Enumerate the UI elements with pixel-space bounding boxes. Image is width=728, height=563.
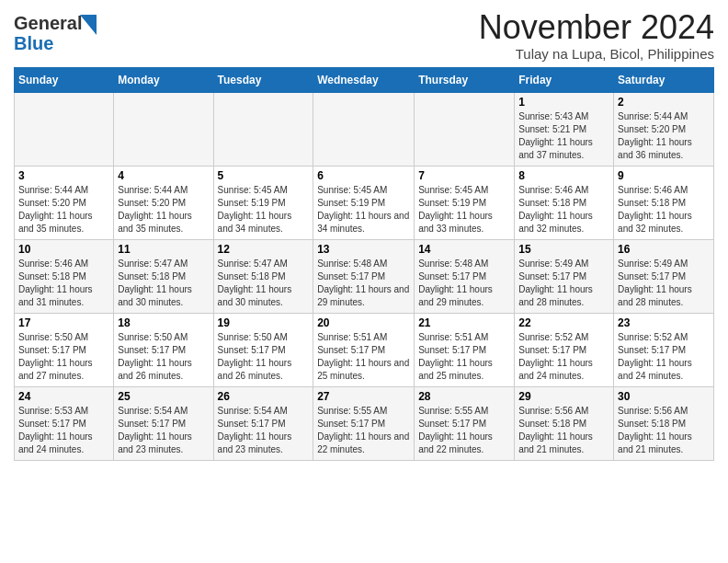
day-number: 25 [118, 390, 209, 403]
day-info: Sunrise: 5:49 AM Sunset: 5:17 PM Dayligh… [518, 258, 609, 309]
day-info: Sunrise: 5:47 AM Sunset: 5:18 PM Dayligh… [118, 258, 209, 309]
calendar-day-cell: 18Sunrise: 5:50 AM Sunset: 5:17 PM Dayli… [114, 313, 213, 386]
day-info: Sunrise: 5:51 AM Sunset: 5:17 PM Dayligh… [418, 331, 510, 383]
calendar-day-cell: 24Sunrise: 5:53 AM Sunset: 5:17 PM Dayli… [15, 386, 114, 460]
calendar-day-cell: 17Sunrise: 5:50 AM Sunset: 5:17 PM Dayli… [15, 313, 114, 386]
day-of-week-header: Monday [114, 67, 213, 92]
calendar-day-cell: 19Sunrise: 5:50 AM Sunset: 5:17 PM Dayli… [213, 313, 313, 386]
day-number: 27 [317, 390, 410, 403]
calendar-day-cell: 1Sunrise: 5:43 AM Sunset: 5:21 PM Daylig… [515, 92, 614, 166]
calendar-day-cell: 7Sunrise: 5:45 AM Sunset: 5:19 PM Daylig… [415, 166, 515, 239]
day-info: Sunrise: 5:44 AM Sunset: 5:20 PM Dayligh… [18, 184, 109, 236]
day-number: 23 [618, 316, 710, 329]
calendar-day-cell: 10Sunrise: 5:46 AM Sunset: 5:18 PM Dayli… [15, 239, 114, 313]
calendar-day-cell: 11Sunrise: 5:47 AM Sunset: 5:18 PM Dayli… [114, 239, 213, 313]
svg-marker-2 [80, 15, 97, 35]
calendar-day-cell: 30Sunrise: 5:56 AM Sunset: 5:18 PM Dayli… [614, 386, 714, 460]
calendar-day-cell: 26Sunrise: 5:54 AM Sunset: 5:17 PM Dayli… [213, 386, 313, 460]
calendar-day-cell: 12Sunrise: 5:47 AM Sunset: 5:18 PM Dayli… [213, 239, 313, 313]
calendar-day-cell: 4Sunrise: 5:44 AM Sunset: 5:20 PM Daylig… [114, 166, 213, 239]
day-info: Sunrise: 5:56 AM Sunset: 5:18 PM Dayligh… [518, 405, 609, 456]
day-number: 24 [18, 390, 109, 403]
day-number: 9 [618, 169, 710, 182]
day-number: 8 [518, 169, 609, 182]
title-section: November 2024 Tulay na Lupa, Bicol, Phil… [479, 9, 714, 62]
day-of-week-header: Wednesday [313, 67, 415, 92]
day-number: 6 [317, 169, 410, 182]
day-info: Sunrise: 5:48 AM Sunset: 5:17 PM Dayligh… [418, 258, 510, 309]
calendar-day-cell: 20Sunrise: 5:51 AM Sunset: 5:17 PM Dayli… [313, 313, 415, 386]
day-info: Sunrise: 5:50 AM Sunset: 5:17 PM Dayligh… [118, 331, 209, 383]
day-info: Sunrise: 5:46 AM Sunset: 5:18 PM Dayligh… [518, 184, 609, 236]
day-number: 11 [118, 243, 209, 256]
day-info: Sunrise: 5:49 AM Sunset: 5:17 PM Dayligh… [618, 258, 710, 309]
month-title: November 2024 [479, 9, 714, 46]
day-number: 4 [118, 169, 209, 182]
calendar-day-cell [415, 92, 515, 166]
calendar-table: SundayMondayTuesdayWednesdayThursdayFrid… [14, 67, 714, 461]
day-of-week-header: Sunday [15, 67, 114, 92]
svg-text:Blue: Blue [14, 33, 53, 53]
calendar-day-cell: 23Sunrise: 5:52 AM Sunset: 5:17 PM Dayli… [614, 313, 714, 386]
calendar-day-cell: 13Sunrise: 5:48 AM Sunset: 5:17 PM Dayli… [313, 239, 415, 313]
day-number: 10 [18, 243, 109, 256]
day-number: 14 [418, 243, 510, 256]
page-header: General Blue November 2024 Tulay na Lupa… [14, 9, 714, 62]
day-info: Sunrise: 5:56 AM Sunset: 5:18 PM Dayligh… [618, 405, 710, 456]
day-number: 28 [418, 390, 510, 403]
calendar-day-cell: 9Sunrise: 5:46 AM Sunset: 5:18 PM Daylig… [614, 166, 714, 239]
calendar-body: 1Sunrise: 5:43 AM Sunset: 5:21 PM Daylig… [15, 92, 714, 460]
day-number: 19 [218, 316, 310, 329]
svg-text:General: General [14, 13, 82, 33]
day-info: Sunrise: 5:50 AM Sunset: 5:17 PM Dayligh… [18, 331, 109, 383]
calendar-day-cell [313, 92, 415, 166]
calendar-day-cell: 14Sunrise: 5:48 AM Sunset: 5:17 PM Dayli… [415, 239, 515, 313]
day-number: 16 [618, 243, 710, 256]
day-info: Sunrise: 5:45 AM Sunset: 5:19 PM Dayligh… [418, 184, 510, 236]
day-info: Sunrise: 5:44 AM Sunset: 5:20 PM Dayligh… [618, 110, 710, 162]
day-number: 3 [18, 169, 109, 182]
day-of-week-header: Saturday [614, 67, 714, 92]
day-number: 5 [218, 169, 310, 182]
day-info: Sunrise: 5:45 AM Sunset: 5:19 PM Dayligh… [317, 184, 410, 236]
day-number: 18 [118, 316, 209, 329]
day-info: Sunrise: 5:54 AM Sunset: 5:17 PM Dayligh… [118, 405, 209, 456]
day-number: 7 [418, 169, 510, 182]
day-info: Sunrise: 5:47 AM Sunset: 5:18 PM Dayligh… [218, 258, 310, 309]
calendar-day-cell: 22Sunrise: 5:52 AM Sunset: 5:17 PM Dayli… [515, 313, 614, 386]
day-info: Sunrise: 5:52 AM Sunset: 5:17 PM Dayligh… [618, 331, 710, 383]
calendar-week-row: 1Sunrise: 5:43 AM Sunset: 5:21 PM Daylig… [15, 92, 714, 166]
calendar-day-cell: 3Sunrise: 5:44 AM Sunset: 5:20 PM Daylig… [15, 166, 114, 239]
calendar-day-cell [114, 92, 213, 166]
day-info: Sunrise: 5:44 AM Sunset: 5:20 PM Dayligh… [118, 184, 209, 236]
calendar-header-row: SundayMondayTuesdayWednesdayThursdayFrid… [15, 67, 714, 92]
day-number: 22 [518, 316, 609, 329]
day-number: 30 [618, 390, 710, 403]
day-of-week-header: Thursday [415, 67, 515, 92]
calendar-day-cell: 15Sunrise: 5:49 AM Sunset: 5:17 PM Dayli… [515, 239, 614, 313]
day-of-week-header: Friday [515, 67, 614, 92]
calendar-week-row: 3Sunrise: 5:44 AM Sunset: 5:20 PM Daylig… [15, 166, 714, 239]
day-info: Sunrise: 5:52 AM Sunset: 5:17 PM Dayligh… [518, 331, 609, 383]
calendar-day-cell: 5Sunrise: 5:45 AM Sunset: 5:19 PM Daylig… [213, 166, 313, 239]
calendar-day-cell: 2Sunrise: 5:44 AM Sunset: 5:20 PM Daylig… [614, 92, 714, 166]
calendar-day-cell [15, 92, 114, 166]
calendar-day-cell: 27Sunrise: 5:55 AM Sunset: 5:17 PM Dayli… [313, 386, 415, 460]
calendar-week-row: 10Sunrise: 5:46 AM Sunset: 5:18 PM Dayli… [15, 239, 714, 313]
day-number: 26 [218, 390, 310, 403]
day-info: Sunrise: 5:50 AM Sunset: 5:17 PM Dayligh… [218, 331, 310, 383]
calendar-day-cell: 29Sunrise: 5:56 AM Sunset: 5:18 PM Dayli… [515, 386, 614, 460]
day-number: 21 [418, 316, 510, 329]
day-info: Sunrise: 5:45 AM Sunset: 5:19 PM Dayligh… [218, 184, 310, 236]
calendar-day-cell: 6Sunrise: 5:45 AM Sunset: 5:19 PM Daylig… [313, 166, 415, 239]
calendar-day-cell: 25Sunrise: 5:54 AM Sunset: 5:17 PM Dayli… [114, 386, 213, 460]
day-number: 29 [518, 390, 609, 403]
day-number: 20 [317, 316, 410, 329]
calendar-week-row: 17Sunrise: 5:50 AM Sunset: 5:17 PM Dayli… [15, 313, 714, 386]
day-of-week-header: Tuesday [213, 67, 313, 92]
day-info: Sunrise: 5:55 AM Sunset: 5:17 PM Dayligh… [418, 405, 510, 456]
day-info: Sunrise: 5:53 AM Sunset: 5:17 PM Dayligh… [18, 405, 109, 456]
day-info: Sunrise: 5:55 AM Sunset: 5:17 PM Dayligh… [317, 405, 410, 456]
day-info: Sunrise: 5:43 AM Sunset: 5:21 PM Dayligh… [518, 110, 609, 162]
day-number: 1 [518, 96, 609, 109]
